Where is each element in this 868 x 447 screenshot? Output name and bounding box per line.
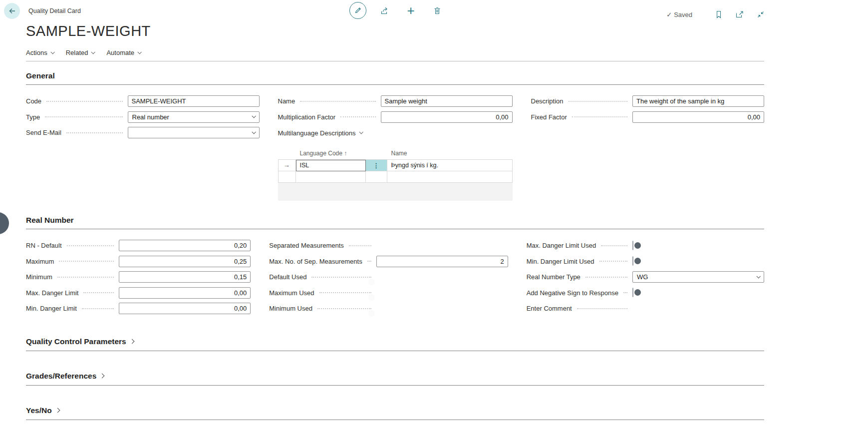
- max-danger-limit-input[interactable]: [119, 287, 251, 299]
- real-number-type-select[interactable]: WG: [632, 271, 764, 283]
- section-general: General Code Type Real number: [26, 71, 764, 201]
- chevron-right-icon: [129, 339, 134, 344]
- field-enter-comment: Enter Comment: [527, 301, 764, 317]
- name-cell[interactable]: [387, 171, 513, 183]
- field-maximum: Maximum: [26, 254, 251, 270]
- chevron-down-icon: [252, 114, 256, 118]
- real-number-column-1: RN - Default Maximum Minimum Max. Danger…: [26, 238, 251, 317]
- send-email-select[interactable]: [128, 127, 260, 138]
- minimum-input[interactable]: [119, 271, 251, 283]
- row-ellipsis-menu[interactable]: ⋮: [366, 160, 387, 171]
- field-maximum-used: Maximum Used: [269, 285, 508, 301]
- general-column-2: Name Multiplication Factor Multilanguage…: [278, 93, 513, 201]
- open-in-new-window-icon: [736, 10, 744, 18]
- field-min-danger-limit: Min. Danger Limit: [26, 301, 251, 317]
- section-real-number-heading[interactable]: Real Number: [26, 216, 764, 229]
- section-quality-control-parameters: Quality Control Parameters: [26, 337, 764, 351]
- save-status-label: Saved: [674, 11, 692, 18]
- field-add-negative-sign: Add Negative Sign to Response: [527, 285, 764, 301]
- table-footer-area: [278, 183, 513, 201]
- chevron-down-icon: [756, 274, 760, 278]
- max-danger-limit-used-toggle[interactable]: [632, 241, 633, 250]
- action-toolbar: +: [349, 2, 446, 19]
- trash-icon: [433, 6, 441, 15]
- language-code-cell[interactable]: ISL: [296, 160, 366, 171]
- field-default-used: Default Used: [269, 269, 508, 285]
- multilanguage-table: Language Code ↑ Name → ISL ⋮ Þyngd sýnis…: [278, 147, 513, 201]
- menu-related[interactable]: Related: [66, 49, 95, 56]
- field-max-danger-limit: Max. Danger Limit: [26, 285, 251, 301]
- max-no-sep-measurements-input[interactable]: [376, 256, 508, 267]
- table-row: → ISL ⋮ Þyngd sýnis í kg.: [278, 160, 513, 171]
- min-danger-limit-used-toggle[interactable]: [632, 256, 633, 266]
- back-arrow-icon: [8, 7, 16, 15]
- menu-actions[interactable]: Actions: [26, 49, 54, 56]
- pencil-icon: [354, 6, 362, 14]
- menu-automate[interactable]: Automate: [106, 49, 141, 56]
- page-title: SAMPLE-WEIGHT: [26, 23, 868, 39]
- chevron-right-icon: [100, 374, 105, 379]
- field-rn-default: RN - Default: [26, 238, 251, 254]
- field-send-email: Send E-Mail: [26, 125, 260, 141]
- add-negative-sign-toggle[interactable]: [632, 288, 633, 297]
- edit-button[interactable]: [349, 2, 366, 19]
- chevron-down-icon: [252, 130, 256, 134]
- multilanguage-descriptions-toggle[interactable]: Multilanguage Descriptions: [278, 126, 513, 140]
- field-name: Name: [278, 93, 513, 109]
- chevron-down-icon: [359, 130, 363, 134]
- chevron-down-icon: [50, 50, 54, 54]
- min-danger-limit-input[interactable]: [119, 303, 251, 314]
- field-type: Type Real number: [26, 109, 260, 125]
- check-icon: ✓: [666, 11, 672, 18]
- field-minimum: Minimum: [26, 269, 251, 285]
- field-separated-measurements: Separated Measurements: [269, 238, 508, 254]
- window-controls: ✓ Saved: [666, 6, 769, 23]
- top-bar: Quality Detail Card +: [0, 0, 868, 22]
- menu-bar: Actions Related Automate: [26, 44, 764, 61]
- description-input[interactable]: [632, 95, 764, 107]
- general-column-1: Code Type Real number Send E-Mail: [26, 93, 260, 141]
- name-cell[interactable]: Þyngd sýnis í kg.: [387, 160, 513, 171]
- new-button[interactable]: +: [402, 2, 419, 19]
- field-min-danger-limit-used: Min. Danger Limit Used: [527, 254, 764, 270]
- fixed-factor-input[interactable]: [632, 111, 764, 123]
- share-button[interactable]: [376, 2, 393, 19]
- name-input[interactable]: [381, 95, 513, 107]
- delete-button[interactable]: [429, 2, 446, 19]
- back-button[interactable]: [4, 3, 20, 19]
- breadcrumb[interactable]: Quality Detail Card: [28, 7, 81, 14]
- section-yes-no-heading[interactable]: Yes/No: [26, 406, 764, 420]
- bookmark-icon: [715, 10, 722, 18]
- column-header-language-code[interactable]: Language Code ↑: [296, 150, 366, 157]
- chevron-right-icon: [55, 408, 60, 413]
- column-header-name[interactable]: Name: [387, 150, 513, 157]
- type-select[interactable]: Real number: [128, 111, 260, 123]
- active-row-marker-icon: →: [278, 160, 296, 171]
- language-code-cell[interactable]: [296, 171, 366, 183]
- section-grades-references-heading[interactable]: Grades/References: [26, 372, 764, 386]
- maximum-input[interactable]: [119, 256, 251, 267]
- code-input[interactable]: [128, 95, 260, 107]
- collapse-icon: [757, 10, 765, 18]
- general-column-3: Description Fixed Factor: [531, 93, 765, 125]
- field-code: Code: [26, 93, 260, 109]
- plus-icon: +: [407, 4, 414, 17]
- table-row-empty: [278, 171, 513, 183]
- rn-default-input[interactable]: [119, 240, 251, 251]
- real-number-column-2: Separated Measurements Max. No. of Sep. …: [269, 238, 508, 317]
- section-yes-no: Yes/No: [26, 406, 764, 420]
- field-real-number-type: Real Number Type WG: [527, 269, 764, 285]
- field-description: Description: [531, 93, 765, 109]
- save-status: ✓ Saved: [666, 11, 692, 18]
- sort-ascending-icon: ↑: [344, 150, 347, 157]
- bookmark-button[interactable]: [710, 6, 727, 23]
- section-general-heading[interactable]: General: [26, 71, 764, 85]
- multiplication-factor-input[interactable]: [381, 111, 513, 123]
- real-number-column-3: Max. Danger Limit Used Min. Danger Limit…: [527, 238, 764, 317]
- collapse-button[interactable]: [752, 6, 769, 23]
- field-multiplication-factor: Multiplication Factor: [278, 109, 513, 125]
- open-in-new-window-button[interactable]: [731, 6, 748, 23]
- side-panel-handle[interactable]: [0, 212, 9, 234]
- field-fixed-factor: Fixed Factor: [531, 109, 765, 125]
- section-quality-control-parameters-heading[interactable]: Quality Control Parameters: [26, 337, 764, 351]
